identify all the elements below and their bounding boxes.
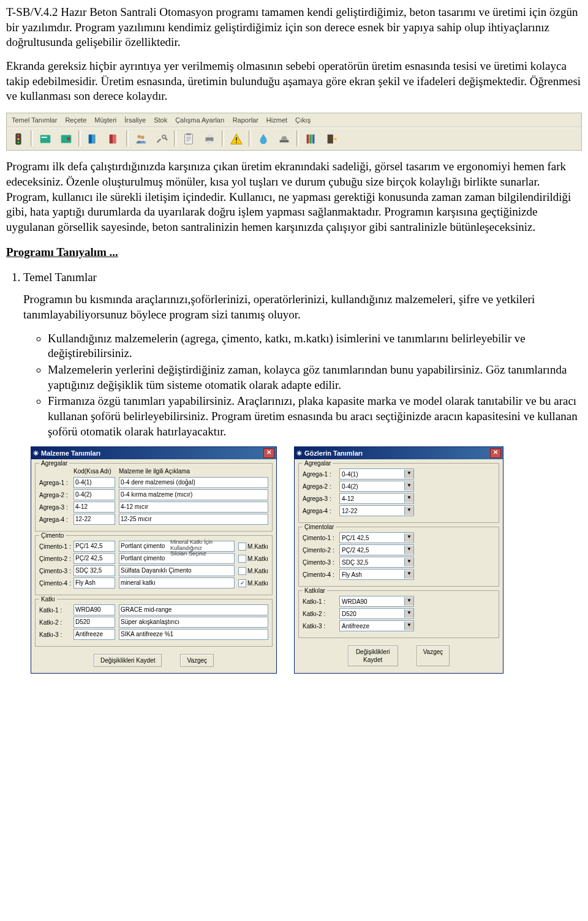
green-card-icon[interactable] — [36, 130, 55, 148]
desc-input[interactable]: 4-12 mıcır — [119, 502, 268, 513]
desc-input[interactable]: Sülfata Dayanıklı Çimento — [119, 565, 235, 576]
clipboard-icon[interactable] — [179, 130, 198, 148]
svg-rect-5 — [42, 137, 47, 138]
katkilar-group: Katkılar Katkı-1 :WRDA90▼Katkı-2 :D520▼K… — [298, 590, 499, 638]
svg-rect-10 — [113, 135, 116, 144]
desc-input[interactable]: 12-25 mıcır — [119, 514, 268, 525]
printer-icon[interactable] — [200, 130, 219, 148]
mkatki-checkbox[interactable]: M.Katkı — [238, 555, 268, 563]
save-button[interactable]: Değişiklikleri Kaydet — [348, 645, 398, 666]
dropdown[interactable]: PÇ/2 42,5▼ — [339, 544, 414, 555]
menu-recete[interactable]: Reçete — [61, 115, 90, 126]
dropdown-value: Antifreeze — [340, 622, 404, 630]
code-input[interactable]: SDÇ 32,5 — [74, 565, 115, 576]
mkatki-checkbox[interactable]: M.Katkı — [238, 543, 268, 551]
books-icon[interactable] — [301, 130, 321, 148]
dropdown[interactable]: 0-4(1)▼ — [339, 468, 414, 479]
agregalar-group: Agregalar Kod(Kısa Adı) Malzeme ile ilgi… — [35, 463, 273, 532]
field-label: Agrega-3 : — [39, 503, 74, 511]
mixer-icon[interactable] — [274, 130, 294, 148]
blue-folder-icon[interactable] — [83, 130, 103, 148]
close-icon[interactable]: ✕ — [490, 448, 501, 458]
close-icon[interactable]: ✕ — [263, 448, 274, 458]
code-input[interactable]: 12-22 — [74, 514, 115, 525]
code-input[interactable]: WRDA90 — [74, 604, 115, 615]
mkatki-checkbox[interactable]: M.Katkı — [238, 567, 268, 575]
svg-point-1 — [17, 135, 20, 137]
svg-rect-16 — [206, 138, 214, 141]
form-row: Agrega-2 :0-4(2)▼ — [303, 481, 495, 492]
section-title: Programı Tanıyalım ... — [6, 245, 582, 260]
traffic-light-icon[interactable] — [9, 130, 28, 148]
checkbox-label: M.Katkı — [247, 543, 268, 551]
desc-input[interactable]: GRACE mid-range — [119, 604, 268, 615]
menu-raporlar[interactable]: Raporlar — [229, 115, 262, 126]
chevron-down-icon: ▼ — [404, 482, 413, 491]
form-row: Çimento-4 :Fly Ash▼ — [303, 569, 495, 580]
tools-icon[interactable] — [152, 130, 172, 148]
dropdown[interactable]: WRDA90▼ — [339, 596, 414, 607]
code-input[interactable]: D520 — [74, 617, 115, 628]
code-input[interactable]: PÇ/1 42,5 — [74, 541, 115, 552]
bullet-3: Firmanıza özgü tanımları yapabilirsiniz.… — [48, 394, 582, 439]
code-input[interactable]: 0-4(1) — [74, 477, 115, 488]
form-row: Agrega-4 :12-22▼ — [303, 505, 495, 516]
gozlerin-tanimlari-dialog: ✳ Gözlerin Tanımları ✕ Agregalar Agrega-… — [294, 446, 503, 674]
code-input[interactable]: PÇ/2 42,5 — [74, 553, 115, 564]
code-input[interactable]: 4-12 — [74, 502, 115, 513]
menu-temel-tanimlar[interactable]: Temel Tanımlar — [8, 115, 61, 126]
dropdown[interactable]: 0-4(2)▼ — [339, 481, 414, 492]
agregalar-group: Agregalar Agrega-1 :0-4(1)▼Agrega-2 :0-4… — [298, 463, 499, 523]
exit-icon[interactable] — [322, 130, 342, 148]
svg-rect-20 — [236, 142, 237, 143]
group-label: Katkı — [39, 595, 57, 603]
menu-musteri[interactable]: Müşteri — [91, 115, 120, 126]
mkatki-checkbox[interactable]: ✓M.Katkı — [238, 579, 268, 587]
dropdown-value: 12-22 — [340, 507, 404, 515]
cancel-button[interactable]: Vazgeç — [417, 645, 450, 666]
dropdown[interactable]: Fly Ash▼ — [339, 569, 414, 580]
form-row: Çimento-1 :PÇ/1 42,5Portlant çimentoM.Ka… — [39, 541, 268, 552]
form-row: Çimento-3 :SDÇ 32,5Sülfata Dayanıklı Çim… — [39, 565, 268, 576]
desc-input[interactable]: 0-4 dere malzemesi (doğal) — [119, 477, 268, 488]
toolbar-icons — [7, 127, 581, 150]
dropdown[interactable]: Antifreeze▼ — [339, 620, 414, 631]
menu-irsaliye[interactable]: İrsaliye — [121, 115, 149, 126]
menu-hizmet[interactable]: Hizmet — [263, 115, 291, 126]
desc-input[interactable]: 0-4 kırma malzeme (mıcır) — [119, 489, 268, 500]
users-icon[interactable] — [131, 130, 151, 148]
save-button[interactable]: Değişiklikleri Kaydet — [94, 654, 162, 667]
svg-point-12 — [141, 136, 145, 140]
toolbar-screenshot: Temel Tanımlar Reçete Müşteri İrsaliye S… — [6, 113, 582, 151]
form-row: Katkı-3 :Antifreeze▼ — [303, 620, 495, 631]
code-input[interactable]: Fly Ash — [74, 577, 115, 588]
menu-calisma-ayarlari[interactable]: Çalışma Ayarları — [172, 115, 228, 126]
col-header-desc: Malzeme ile ilgili Açıklama — [119, 467, 190, 475]
red-folder-icon[interactable] — [104, 130, 124, 148]
dropdown[interactable]: 12-22▼ — [339, 505, 414, 516]
water-drop-icon[interactable] — [254, 130, 273, 148]
dropdown[interactable]: 4-12▼ — [339, 493, 414, 504]
desc-input[interactable]: Süper akışkanlaştırıcı — [119, 617, 268, 628]
dropdown[interactable]: SDÇ 32,5▼ — [339, 557, 414, 568]
dropdown[interactable]: PÇ/1 42,5▼ — [339, 532, 414, 543]
field-label: Agrega-2 : — [303, 483, 339, 491]
code-input[interactable]: 0-4(2) — [74, 489, 115, 500]
katki-group: Katkı Katkı-1 :WRDA90GRACE mid-rangeKatk… — [35, 599, 273, 647]
menu-stok[interactable]: Stok — [150, 115, 171, 126]
col-header-code: Kod(Kısa Adı) — [74, 467, 111, 475]
dropdown[interactable]: D520▼ — [339, 608, 414, 619]
green-card-x-icon[interactable] — [56, 130, 76, 148]
field-label: Katkı-3 : — [39, 631, 74, 639]
desc-input[interactable]: mineral katkı — [119, 577, 235, 588]
dropdown-value: PÇ/1 42,5 — [340, 534, 404, 542]
svg-point-11 — [138, 135, 141, 139]
form-row: Agrega-3 :4-124-12 mıcır — [39, 502, 268, 513]
titlebar: ✳ Malzeme Tanımları ✕ — [31, 447, 276, 459]
cancel-button[interactable]: Vazgeç — [180, 654, 214, 667]
svg-rect-15 — [186, 133, 190, 135]
code-input[interactable]: Antifreeze — [74, 629, 115, 640]
menu-cikis[interactable]: Çıkış — [292, 115, 314, 126]
desc-input[interactable]: SIKA antifreeze %1 — [119, 629, 268, 640]
warning-icon[interactable] — [227, 130, 246, 148]
